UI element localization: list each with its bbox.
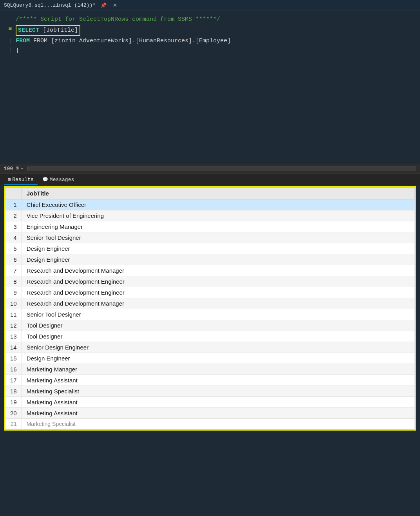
tab-results[interactable]: ⊞ Results (4, 175, 38, 185)
jobtitle-cell: Design Engineer (22, 353, 415, 364)
row-number: 6 (5, 254, 22, 265)
table-row: 6Design Engineer (5, 254, 415, 265)
partial-row-number: 21 (5, 419, 22, 429)
jobtitle-cell: Vice President of Engineering (22, 210, 415, 221)
jobtitle-cell: Marketing Manager (22, 364, 415, 375)
db-reference: FROM [zinzin_AdventureWorks].[HumanResou… (33, 38, 231, 44)
table-row: 14Senior Design Engineer (5, 342, 415, 353)
table-row-partial: 21Marketing Specialist (5, 419, 415, 429)
row-number: 20 (5, 408, 22, 419)
row-number: 11 (5, 309, 22, 320)
table-header-row: JobTitle (5, 188, 415, 199)
close-button[interactable]: ✕ (111, 2, 119, 8)
table-row: 5Design Engineer (5, 243, 415, 254)
jobtitle-cell: Research and Development Engineer (22, 287, 415, 298)
title-bar: SQLQuery8.sql...zinsql (142))* 📌 ✕ (0, 0, 420, 11)
table-row: 20Marketing Assistant (5, 408, 415, 419)
jobtitle-cell: Tool Designer (22, 320, 415, 331)
jobtitle-cell: Design Engineer (22, 243, 415, 254)
line-gutter-select: ⊟ (0, 25, 16, 33)
row-number: 13 (5, 331, 22, 342)
jobtitle-cell: Senior Tool Designer (22, 232, 415, 243)
jobtitle-cell: Research and Development Engineer (22, 276, 415, 287)
code-line-cursor: │ | (0, 46, 420, 56)
results-tabs: ⊞ Results 💬 Messages (0, 174, 420, 185)
row-number: 9 (5, 287, 22, 298)
table-row: 17Marketing Assistant (5, 375, 415, 386)
row-number: 10 (5, 298, 22, 309)
table-row: 7Research and Development Manager (5, 265, 415, 276)
row-number: 19 (5, 397, 22, 408)
jobtitle-cell: Marketing Assistant (22, 375, 415, 386)
table-row: 16Marketing Manager (5, 364, 415, 375)
results-container: JobTitle 1Chief Executive Officer2Vice P… (4, 186, 416, 431)
row-number: 2 (5, 210, 22, 221)
select-highlight-box: SELECT [JobTitle] (16, 25, 80, 36)
table-row: 9Research and Development Engineer (5, 287, 415, 298)
table-row: 3Engineering Manager (5, 221, 415, 232)
table-row: 4Senior Tool Designer (5, 232, 415, 243)
jobtitle-cell: Senior Tool Designer (22, 309, 415, 320)
table-row: 1Chief Executive Officer (5, 199, 415, 210)
jobtitle-column-header: JobTitle (22, 188, 415, 199)
table-row: 18Marketing Specialist (5, 386, 415, 397)
status-bar: 100 % ▾ (0, 164, 420, 174)
table-row: 12Tool Designer (5, 320, 415, 331)
results-icon: ⊞ (8, 177, 11, 183)
jobtitle-cell: Chief Executive Officer (22, 199, 415, 210)
tab-messages-label: Messages (50, 177, 74, 183)
jobtitle-cell: Design Engineer (22, 254, 415, 265)
row-number: 16 (5, 364, 22, 375)
row-number: 8 (5, 276, 22, 287)
table-row: 2Vice President of Engineering (5, 210, 415, 221)
jobtitle-cell: Research and Development Manager (22, 298, 415, 309)
comment-text: /***** Script for SelectTopNRows command… (16, 16, 220, 23)
code-line-comment: /***** Script for SelectTopNRows command… (0, 15, 420, 25)
table-row: 13Tool Designer (5, 331, 415, 342)
tab-messages[interactable]: 💬 Messages (38, 175, 78, 185)
horizontal-scrollbar[interactable] (27, 167, 416, 171)
row-number: 7 (5, 265, 22, 276)
keyword-from: FROM (16, 38, 33, 44)
tab-results-label: Results (12, 177, 34, 183)
tab-title: SQLQuery8.sql...zinsql (142))* (4, 2, 96, 8)
row-number: 3 (5, 221, 22, 232)
row-number: 18 (5, 386, 22, 397)
field-jobtitle: [JobTitle] (43, 27, 78, 34)
table-row: 11Senior Tool Designer (5, 309, 415, 320)
code-line-select: ⊟ SELECT [JobTitle] (0, 25, 420, 37)
jobtitle-cell: Research and Development Manager (22, 265, 415, 276)
code-editor: /***** Script for SelectTopNRows command… (0, 11, 420, 164)
code-line-from: │ FROM FROM [zinzin_AdventureWorks].[Hum… (0, 36, 420, 46)
jobtitle-cell: Marketing Assistant (22, 397, 415, 408)
zoom-dropdown[interactable]: ▾ (21, 166, 24, 171)
jobtitle-cell: Marketing Specialist (22, 386, 415, 397)
table-row: 10Research and Development Manager (5, 298, 415, 309)
messages-icon: 💬 (42, 177, 48, 183)
row-number-header (5, 188, 22, 199)
row-number: 17 (5, 375, 22, 386)
table-row: 15Design Engineer (5, 353, 415, 364)
zoom-level: 100 % (4, 166, 19, 172)
jobtitle-cell: Engineering Manager (22, 221, 415, 232)
results-table: JobTitle 1Chief Executive Officer2Vice P… (5, 187, 415, 429)
keyword-select: SELECT (18, 27, 43, 34)
row-number: 14 (5, 342, 22, 353)
jobtitle-cell: Marketing Assistant (22, 408, 415, 419)
table-row: 19Marketing Assistant (5, 397, 415, 408)
jobtitle-cell: Tool Designer (22, 331, 415, 342)
partial-jobtitle-cell: Marketing Specialist (22, 419, 415, 429)
row-number: 15 (5, 353, 22, 364)
line-gutter-cursor: │ (0, 47, 16, 54)
row-number: 4 (5, 232, 22, 243)
table-row: 8Research and Development Engineer (5, 276, 415, 287)
row-number: 1 (5, 199, 22, 210)
row-number: 5 (5, 243, 22, 254)
pin-button[interactable]: 📌 (99, 2, 108, 8)
line-gutter-from: │ (0, 37, 16, 45)
jobtitle-cell: Senior Design Engineer (22, 342, 415, 353)
row-number: 12 (5, 320, 22, 331)
